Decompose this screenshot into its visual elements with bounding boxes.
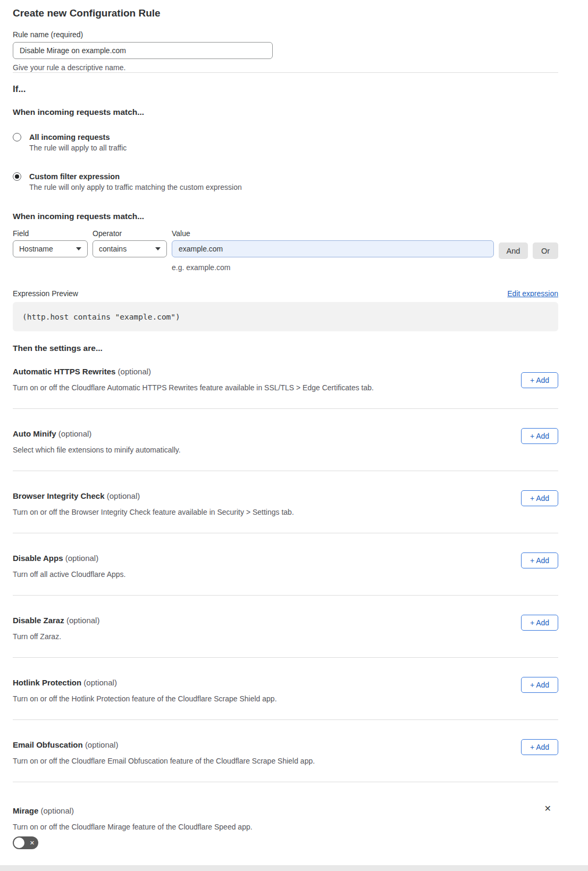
setting-name: Hotlink Protection [13,678,81,687]
add-setting-button[interactable]: + Add [521,677,558,693]
radio-option-custom-filter[interactable]: Custom filter expression The rule will o… [13,172,558,192]
setting-optional-tag: (optional) [41,806,74,815]
setting-description: Turn off all active Cloudflare Apps. [13,570,491,579]
builder-heading: When incoming requests match... [13,212,558,221]
operator-select-value: contains [99,245,127,253]
rule-name-label: Rule name (required) [13,30,558,39]
setting-optional-tag: (optional) [66,616,100,625]
setting-optional-tag: (optional) [107,491,140,500]
radio-option-label: Custom filter expression [29,172,242,181]
value-label: Value [172,229,494,238]
expression-preview-box: (http.host contains "example.com") [13,302,558,331]
setting-row: Disable Apps (optional) Turn off all act… [13,533,558,596]
if-heading: If... [13,84,558,95]
setting-name: Browser Integrity Check [13,491,105,500]
setting-description: Turn on or off the Cloudflare Mirage fea… [13,823,491,832]
setting-row: Hotlink Protection (optional) Turn on or… [13,658,558,720]
settings-list: Automatic HTTPS Rewrites (optional) Turn… [13,353,558,782]
setting-name: Mirage [13,806,38,815]
setting-optional-tag: (optional) [58,429,92,438]
radio-option-all-requests[interactable]: All incoming requests The rule will appl… [13,132,558,153]
expression-preview-label: Expression Preview [13,289,78,298]
toggle-off-icon: ✕ [30,840,35,846]
mirage-toggle[interactable]: ✕ [13,836,38,849]
field-select-value: Hostname [19,245,53,253]
section-divider [13,72,558,73]
setting-description: Turn off Zaraz. [13,632,491,641]
add-setting-button[interactable]: + Add [521,615,558,631]
setting-optional-tag: (optional) [85,740,119,749]
toggle-knob [14,838,24,848]
add-setting-button[interactable]: + Add [521,372,558,388]
setting-row: Browser Integrity Check (optional) Turn … [13,471,558,533]
operator-select[interactable]: contains [93,240,167,257]
then-heading: Then the settings are... [13,344,558,353]
value-input[interactable] [172,240,494,257]
add-setting-button[interactable]: + Add [521,490,558,506]
operator-label: Operator [93,229,167,238]
chevron-down-icon [155,247,161,250]
setting-description: Select which file extensions to minify a… [13,446,491,455]
setting-name: Automatic HTTPS Rewrites [13,367,115,376]
setting-optional-tag: (optional) [83,678,117,687]
setting-description: Turn on or off the Cloudflare Automatic … [13,383,491,392]
setting-name: Auto Minify [13,429,56,438]
radio-option-description: The rule will only apply to traffic matc… [29,183,242,192]
radio-button[interactable] [13,133,21,141]
radio-dot [15,174,19,179]
or-button[interactable]: Or [533,242,558,259]
close-icon[interactable]: ✕ [544,805,551,813]
field-label: Field [13,229,88,238]
edit-expression-link[interactable]: Edit expression [507,289,558,298]
and-button[interactable]: And [499,242,528,259]
rule-name-help: Give your rule a descriptive name. [13,63,558,72]
setting-row: Automatic HTTPS Rewrites (optional) Turn… [13,353,558,409]
add-setting-button[interactable]: + Add [521,739,558,755]
setting-description: Turn on or off the Hotlink Protection fe… [13,694,491,704]
setting-description: Turn on or off the Browser Integrity Che… [13,508,491,517]
add-setting-button[interactable]: + Add [521,552,558,568]
setting-description: Turn on or off the Cloudflare Email Obfu… [13,757,491,766]
radio-option-description: The rule will apply to all traffic [29,144,127,153]
setting-row: Auto Minify (optional) Select which file… [13,409,558,471]
setting-optional-tag: (optional) [118,367,152,376]
expression-builder-row: Field Hostname Operator contains Value e… [13,229,558,272]
setting-name: Email Obfuscation [13,740,83,749]
rule-name-input[interactable] [13,42,273,59]
chevron-down-icon [76,247,81,250]
setting-row: Email Obfuscation (optional) Turn on or … [13,720,558,782]
add-setting-button[interactable]: + Add [521,428,558,444]
value-help: e.g. example.com [172,263,494,272]
expression-code: (http.host contains "example.com") [22,313,180,321]
page-title: Create new Configuration Rule [13,7,558,19]
radio-button[interactable] [13,172,21,181]
footer-strip [0,865,588,871]
setting-name: Disable Zaraz [13,616,64,625]
field-select[interactable]: Hostname [13,240,88,257]
setting-row-mirage: ✕ Mirage (optional) Turn on or off the C… [13,782,558,851]
radio-option-label: All incoming requests [29,132,127,142]
incoming-match-heading: When incoming requests match... [13,107,558,117]
setting-optional-tag: (optional) [65,554,99,563]
create-configuration-rule-page: Create new Configuration Rule Rule name … [0,0,588,851]
setting-row: Disable Zaraz (optional) Turn off Zaraz.… [13,596,558,658]
setting-name: Disable Apps [13,554,63,563]
